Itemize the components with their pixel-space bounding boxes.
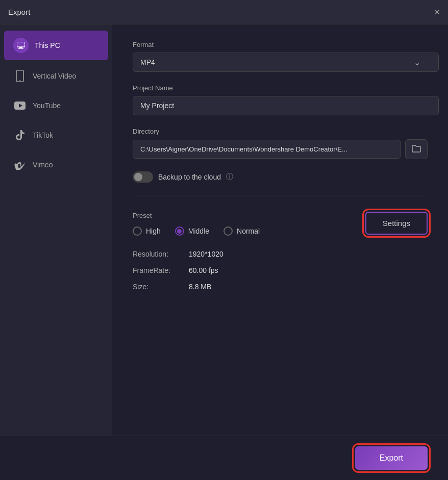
- svg-rect-1: [19, 47, 22, 48]
- resolution-value: 1920*1020: [189, 250, 428, 258]
- settings-button[interactable]: Settings: [365, 212, 428, 235]
- browse-folder-button[interactable]: [405, 139, 428, 159]
- sidebar-label-youtube: YouTube: [33, 102, 61, 110]
- project-name-label: Project Name: [133, 84, 428, 92]
- format-select[interactable]: MP4: [133, 53, 439, 72]
- resolution-key: Resolution:: [133, 250, 189, 258]
- framerate-value: 60.00 fps: [189, 266, 428, 274]
- preset-label: Preset: [133, 212, 365, 219]
- format-label: Format: [133, 41, 428, 48]
- title-bar: Export ×: [0, 0, 448, 24]
- dialog-title: Export: [8, 8, 30, 16]
- preset-settings-row: Preset High Middle: [133, 212, 428, 236]
- size-key: Size:: [133, 283, 189, 291]
- toggle-thumb: [134, 173, 142, 181]
- main-content: Format MP4 ⌄ Project Name Directory B: [112, 24, 448, 436]
- info-grid: Resolution: 1920*1020 FrameRate: 60.00 f…: [133, 250, 428, 291]
- radio-label-middle: Middle: [188, 227, 209, 235]
- backup-label: Backup to the cloud: [158, 173, 221, 181]
- size-value: 8.8 MB: [189, 283, 428, 291]
- tiktok-icon: [13, 129, 27, 142]
- this-pc-icon: [13, 38, 29, 53]
- radio-option-high[interactable]: High: [133, 226, 161, 236]
- radio-group: High Middle Normal: [133, 226, 365, 236]
- svg-point-4: [19, 80, 20, 81]
- directory-row: [133, 139, 428, 159]
- backup-row: Backup to the cloud ⓘ: [133, 171, 428, 195]
- help-icon[interactable]: ⓘ: [226, 172, 233, 182]
- sidebar-label-this-pc: This PC: [35, 41, 60, 49]
- framerate-key: FrameRate:: [133, 266, 189, 274]
- directory-label: Directory: [133, 128, 428, 135]
- radio-option-normal[interactable]: Normal: [223, 226, 260, 236]
- close-button[interactable]: ×: [434, 8, 440, 17]
- export-button[interactable]: Export: [355, 446, 428, 470]
- radio-label-high: High: [146, 227, 161, 235]
- sidebar-item-tiktok[interactable]: TikTok: [4, 121, 108, 149]
- svg-rect-0: [17, 42, 25, 47]
- vertical-video-icon: [13, 69, 27, 83]
- radio-outer-high: [133, 226, 142, 236]
- youtube-icon: [13, 99, 27, 112]
- format-select-wrapper: MP4 ⌄: [133, 53, 428, 72]
- backup-toggle[interactable]: [133, 171, 153, 183]
- preset-left: Preset High Middle: [133, 212, 365, 236]
- radio-label-normal: Normal: [237, 227, 260, 235]
- radio-outer-normal: [223, 226, 233, 236]
- radio-outer-middle: [175, 226, 184, 236]
- sidebar-item-vimeo[interactable]: Vimeo: [4, 151, 108, 179]
- sidebar-label-vertical-video: Vertical Video: [33, 72, 76, 80]
- directory-input[interactable]: [133, 140, 401, 159]
- footer: Export: [0, 436, 448, 480]
- sidebar: This PC Vertical Video YouTube: [0, 24, 112, 436]
- radio-inner-middle: [177, 229, 182, 234]
- sidebar-item-vertical-video[interactable]: Vertical Video: [4, 62, 108, 90]
- sidebar-item-this-pc[interactable]: This PC: [4, 31, 108, 60]
- sidebar-label-vimeo: Vimeo: [33, 161, 53, 169]
- vimeo-icon: [13, 158, 27, 171]
- svg-rect-3: [16, 70, 23, 82]
- radio-option-middle[interactable]: Middle: [175, 226, 209, 236]
- main-layout: This PC Vertical Video YouTube: [0, 24, 448, 436]
- project-name-input[interactable]: [133, 96, 439, 115]
- sidebar-item-youtube[interactable]: YouTube: [4, 92, 108, 119]
- sidebar-label-tiktok: TikTok: [33, 131, 53, 139]
- svg-rect-2: [18, 48, 23, 49]
